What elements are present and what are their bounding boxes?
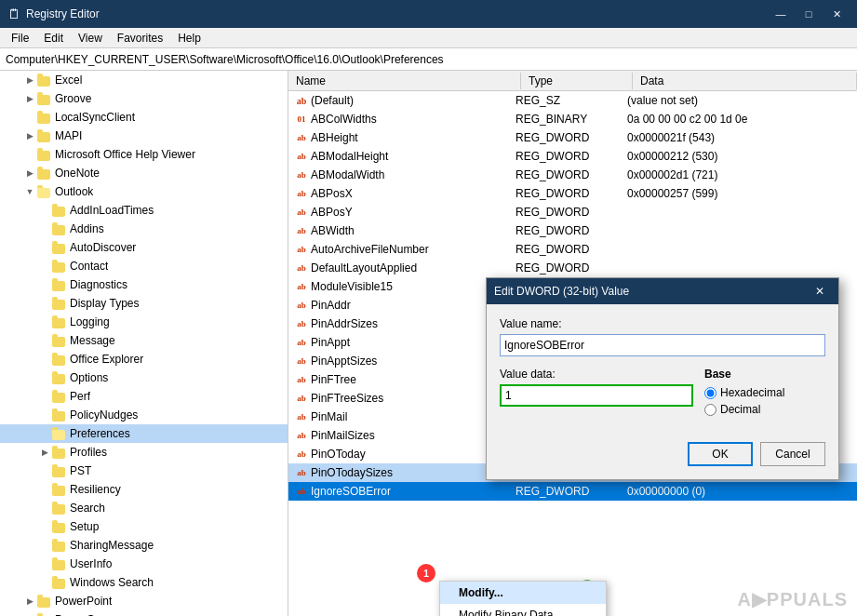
value-name-label: Value name: xyxy=(500,317,825,330)
close-button[interactable]: ✕ xyxy=(824,5,850,23)
menu-file[interactable]: File xyxy=(4,30,36,47)
edit-dword-dialog: Edit DWORD (32-bit) Value ✕ Value name: … xyxy=(486,277,839,480)
cancel-button[interactable]: Cancel xyxy=(760,442,825,466)
menu-help[interactable]: Help xyxy=(170,30,208,47)
dialog-title-text: Edit DWORD (32-bit) Value xyxy=(494,285,809,298)
title-bar-buttons: — □ ✕ xyxy=(768,5,850,23)
dialog-close-button[interactable]: ✕ xyxy=(809,282,831,301)
menu-edit[interactable]: Edit xyxy=(36,30,71,47)
app-icon: 🗒 xyxy=(7,7,20,21)
menu-view[interactable]: View xyxy=(71,30,110,47)
value-data-input[interactable] xyxy=(500,384,693,407)
ok-button[interactable]: OK xyxy=(688,442,753,466)
address-bar: Computer\HKEY_CURRENT_USER\Software\Micr… xyxy=(0,48,857,71)
base-label: Base xyxy=(704,368,825,381)
dialog-base-section: Base Hexadecimal Decimal xyxy=(704,368,825,420)
radio-hexadecimal[interactable]: Hexadecimal xyxy=(704,386,825,399)
radio-hex-input[interactable] xyxy=(704,387,716,399)
dialog-buttons: OK Cancel xyxy=(500,435,825,466)
address-path: Computer\HKEY_CURRENT_USER\Software\Micr… xyxy=(6,53,444,66)
menu-favorites[interactable]: Favorites xyxy=(110,30,170,47)
app-title: Registry Editor xyxy=(26,7,762,20)
menu-bar: File Edit View Favorites Help xyxy=(0,28,857,48)
radio-dec-input[interactable] xyxy=(704,404,716,416)
dialog-value-section: Value data: xyxy=(500,368,693,420)
radio-dec-label: Decimal xyxy=(720,403,760,416)
value-name-input[interactable] xyxy=(500,334,825,356)
maximize-button[interactable]: □ xyxy=(796,5,822,23)
value-data-label: Value data: xyxy=(500,368,693,381)
radio-hex-label: Hexadecimal xyxy=(720,386,784,399)
minimize-button[interactable]: — xyxy=(768,5,794,23)
dialog-content: Value name: Value data: Base Hexadecimal xyxy=(487,304,838,479)
dialog-row: Value data: Base Hexadecimal Decimal xyxy=(500,368,825,420)
main-content: ▶ Excel ▶ Groove LocalSyncClient ▶ MAPI xyxy=(0,71,857,616)
dialog-title-bar: Edit DWORD (32-bit) Value ✕ xyxy=(487,278,838,304)
title-bar: 🗒 Registry Editor — □ ✕ xyxy=(0,0,857,28)
dialog-overlay: Edit DWORD (32-bit) Value ✕ Value name: … xyxy=(0,71,857,616)
radio-decimal[interactable]: Decimal xyxy=(704,403,825,416)
